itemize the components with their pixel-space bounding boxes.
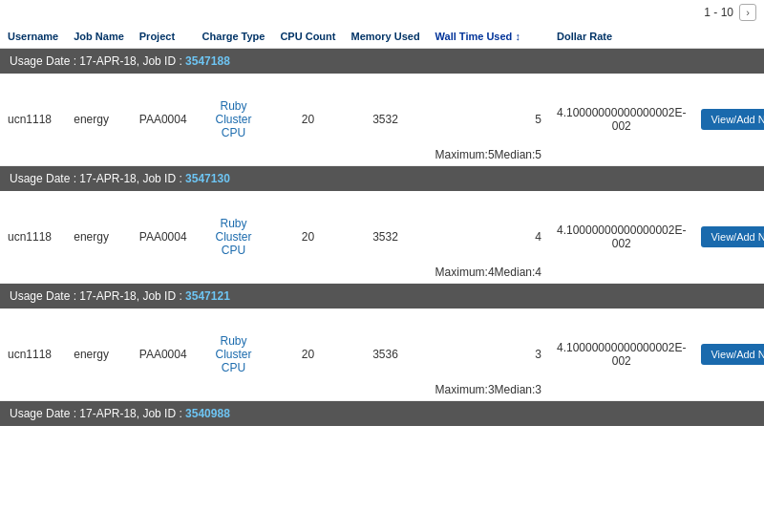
empty-row — [0, 426, 764, 447]
cell-walltime: 5 — [428, 95, 549, 144]
cell-view-note: View/Add Note — [693, 212, 764, 262]
job-id-link[interactable]: 3547188 — [185, 54, 230, 68]
group-header-row: Usage Date : 17-APR-18, Job ID : 3540988 — [0, 401, 764, 427]
cell-username: ucn1118 — [0, 330, 66, 379]
cell-memused: 3536 — [343, 330, 427, 379]
cell-memused: 3532 — [343, 95, 427, 144]
job-id-link[interactable]: 3547121 — [185, 289, 230, 303]
cell-chargetype: Ruby Cluster CPU — [195, 212, 273, 262]
group-header-text: Usage Date : 17-APR-18, Job ID : — [10, 172, 185, 185]
summary-row: Maximum:3Median:3 — [0, 379, 764, 401]
cell-walltime: 4 — [428, 212, 549, 262]
empty-row — [0, 74, 764, 95]
cell-dollarrate: 4.10000000000000002E-002 — [549, 95, 693, 144]
cell-walltime: 3 — [428, 330, 549, 379]
cell-chargetype: Ruby Cluster CPU — [195, 330, 273, 379]
group-header-row: Usage Date : 17-APR-18, Job ID : 3547188 — [0, 49, 764, 74]
group-header-text: Usage Date : 17-APR-18, Job ID : — [10, 289, 185, 303]
col-header-chargetype: Charge Type — [195, 25, 273, 49]
cell-cpucount: 20 — [272, 212, 343, 262]
summary-text: Maximum:5Median:5 — [428, 144, 549, 166]
pagination-next[interactable]: › — [739, 4, 756, 21]
cell-cpucount: 20 — [272, 95, 343, 144]
pagination-range: 1 - 10 — [704, 6, 733, 19]
table-row: ucn1118energyPAA0004Ruby Cluster CPU2035… — [0, 330, 764, 379]
group-header-text: Usage Date : 17-APR-18, Job ID : — [10, 407, 185, 420]
group-header-row: Usage Date : 17-APR-18, Job ID : 3547121 — [0, 284, 764, 309]
col-header-dollarrate: Dollar Rate — [549, 25, 693, 49]
cell-memused: 3532 — [343, 212, 427, 262]
summary-text: Maximum:4Median:4 — [428, 262, 549, 284]
empty-row — [0, 309, 764, 330]
cell-jobname: energy — [66, 212, 132, 262]
cell-project: PAA0004 — [132, 212, 195, 262]
pagination-bar: 1 - 10 › — [0, 0, 764, 25]
col-header-jobname: Job Name — [66, 25, 132, 49]
summary-row: Maximum:5Median:5 — [0, 144, 764, 166]
table-row: ucn1118energyPAA0004Ruby Cluster CPU2035… — [0, 212, 764, 262]
cell-jobname: energy — [66, 330, 132, 379]
cell-view-note: View/Add Note — [693, 330, 764, 379]
cell-cpucount: 20 — [272, 330, 343, 379]
cell-jobname: energy — [66, 95, 132, 144]
cell-project: PAA0004 — [132, 330, 195, 379]
col-header-cpucount: CPU Count — [272, 25, 343, 49]
view-add-note-button[interactable]: View/Add Note — [701, 109, 764, 130]
group-header-text: Usage Date : 17-APR-18, Job ID : — [10, 54, 185, 68]
group-header-row: Usage Date : 17-APR-18, Job ID : 3547130 — [0, 166, 764, 192]
col-header-project: Project — [132, 25, 195, 49]
column-header-row: Username Job Name Project Charge Type CP… — [0, 25, 764, 49]
view-add-note-button[interactable]: View/Add Note — [701, 344, 764, 365]
col-header-memused: Memory Used — [343, 25, 427, 49]
summary-row: Maximum:4Median:4 — [0, 262, 764, 284]
col-header-username: Username — [0, 25, 66, 49]
main-table: Username Job Name Project Charge Type CP… — [0, 25, 764, 447]
job-id-link[interactable]: 3547130 — [185, 172, 230, 185]
col-header-view — [693, 25, 764, 49]
cell-view-note: View/Add Note — [693, 95, 764, 144]
cell-dollarrate: 4.10000000000000002E-002 — [549, 330, 693, 379]
cell-username: ucn1118 — [0, 95, 66, 144]
job-id-link[interactable]: 3540988 — [185, 407, 230, 420]
col-header-walltime[interactable]: Wall Time Used ↕ — [428, 25, 549, 49]
view-add-note-button[interactable]: View/Add Note — [701, 226, 764, 247]
cell-chargetype: Ruby Cluster CPU — [195, 95, 273, 144]
page-wrapper: 1 - 10 › Username Job Name Project Charg… — [0, 0, 764, 532]
empty-row — [0, 191, 764, 212]
table-row: ucn1118energyPAA0004Ruby Cluster CPU2035… — [0, 95, 764, 144]
cell-dollarrate: 4.10000000000000002E-002 — [549, 212, 693, 262]
summary-text: Maximum:3Median:3 — [428, 379, 549, 401]
cell-project: PAA0004 — [132, 95, 195, 144]
cell-username: ucn1118 — [0, 212, 66, 262]
